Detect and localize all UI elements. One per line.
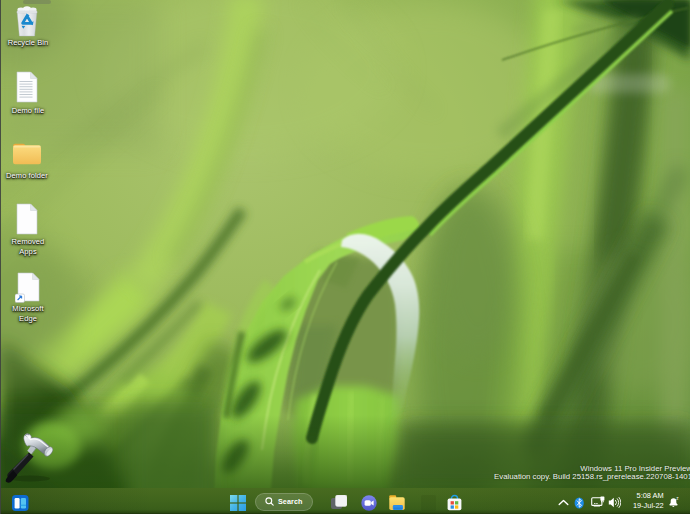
svg-text:z: z <box>676 496 679 501</box>
